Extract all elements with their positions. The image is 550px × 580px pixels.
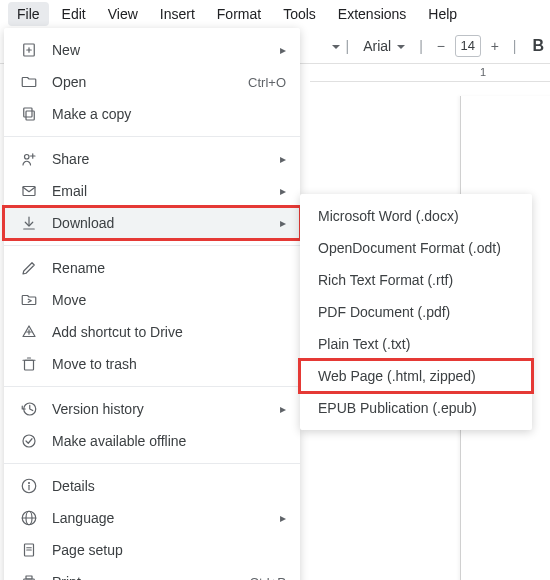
- menu-label: New: [52, 42, 280, 58]
- menu-label: Details: [52, 478, 286, 494]
- menu-label: Web Page (.html, zipped): [318, 368, 514, 384]
- menu-rename[interactable]: Rename: [4, 252, 300, 284]
- svg-rect-4: [24, 108, 32, 117]
- toolbar-separator: |: [419, 38, 423, 54]
- chevron-right-icon: ▸: [280, 152, 286, 166]
- chevron-right-icon: ▸: [280, 402, 286, 416]
- menu-add-shortcut[interactable]: Add shortcut to Drive: [4, 316, 300, 348]
- menu-label: Share: [52, 151, 280, 167]
- download-pdf[interactable]: PDF Document (.pdf): [300, 296, 532, 328]
- menu-version-history[interactable]: Version history ▸: [4, 393, 300, 425]
- menu-label: Microsoft Word (.docx): [318, 208, 514, 224]
- new-file-icon: [18, 41, 40, 59]
- trash-icon: [18, 355, 40, 373]
- menu-email[interactable]: Email ▸: [4, 175, 300, 207]
- chevron-right-icon: ▸: [280, 216, 286, 230]
- menu-share[interactable]: Share ▸: [4, 143, 300, 175]
- menu-label: EPUB Publication (.epub): [318, 400, 514, 416]
- menu-divider: [4, 463, 300, 464]
- menu-extensions[interactable]: Extensions: [329, 2, 415, 26]
- font-size-value[interactable]: 14: [455, 35, 481, 57]
- email-icon: [18, 182, 40, 200]
- download-odt[interactable]: OpenDocument Format (.odt): [300, 232, 532, 264]
- toolbar-style-dropdown[interactable]: [326, 38, 338, 54]
- offline-icon: [18, 432, 40, 450]
- svg-point-5: [25, 155, 30, 160]
- menu-format[interactable]: Format: [208, 2, 270, 26]
- menu-divider: [4, 386, 300, 387]
- menu-label: Print: [52, 574, 250, 580]
- menu-divider: [4, 136, 300, 137]
- menu-label: Download: [52, 215, 280, 231]
- menu-print[interactable]: Print Ctrl+P: [4, 566, 300, 580]
- menu-edit[interactable]: Edit: [53, 2, 95, 26]
- ruler-mark: 1: [480, 66, 486, 78]
- menu-insert[interactable]: Insert: [151, 2, 204, 26]
- menu-file[interactable]: File: [8, 2, 49, 26]
- font-size-stepper: − 14 +: [431, 35, 505, 57]
- svg-rect-14: [25, 360, 34, 370]
- svg-rect-3: [26, 111, 34, 120]
- font-size-decrease[interactable]: −: [431, 35, 451, 57]
- download-submenu-panel: Microsoft Word (.docx) OpenDocument Form…: [300, 194, 532, 430]
- menu-label: Move: [52, 292, 286, 308]
- menu-move-to-trash[interactable]: Move to trash: [4, 348, 300, 380]
- menu-move[interactable]: Move: [4, 284, 300, 316]
- menu-make-a-copy[interactable]: Make a copy: [4, 98, 300, 130]
- menu-details[interactable]: Details: [4, 470, 300, 502]
- globe-icon: [18, 509, 40, 527]
- menu-language[interactable]: Language ▸: [4, 502, 300, 534]
- menu-open[interactable]: Open Ctrl+O: [4, 66, 300, 98]
- menu-label: Rename: [52, 260, 286, 276]
- menu-label: OpenDocument Format (.odt): [318, 240, 514, 256]
- menu-label: Page setup: [52, 542, 286, 558]
- history-icon: [18, 400, 40, 418]
- menu-label: Open: [52, 74, 248, 90]
- svg-rect-30: [26, 576, 32, 579]
- share-icon: [18, 150, 40, 168]
- menu-download[interactable]: Download ▸: [4, 207, 300, 239]
- menu-new[interactable]: New ▸: [4, 34, 300, 66]
- download-html-zipped[interactable]: Web Page (.html, zipped): [300, 360, 532, 392]
- menu-help[interactable]: Help: [419, 2, 466, 26]
- ruler: 1: [310, 64, 550, 82]
- download-icon: [18, 214, 40, 232]
- menu-label: Make a copy: [52, 106, 286, 122]
- menu-label: Language: [52, 510, 280, 526]
- download-docx[interactable]: Microsoft Word (.docx): [300, 200, 532, 232]
- chevron-right-icon: ▸: [280, 184, 286, 198]
- toolbar-separator: |: [513, 38, 517, 54]
- info-icon: [18, 477, 40, 495]
- menu-view[interactable]: View: [99, 2, 147, 26]
- menu-label: Version history: [52, 401, 280, 417]
- menu-make-available-offline[interactable]: Make available offline: [4, 425, 300, 457]
- pencil-icon: [18, 259, 40, 277]
- download-epub[interactable]: EPUB Publication (.epub): [300, 392, 532, 424]
- menu-label: Rich Text Format (.rtf): [318, 272, 514, 288]
- menu-label: Plain Text (.txt): [318, 336, 514, 352]
- menubar: File Edit View Insert Format Tools Exten…: [0, 0, 550, 28]
- copy-icon: [18, 105, 40, 123]
- toolbar-separator: |: [346, 38, 350, 54]
- svg-point-21: [29, 483, 30, 484]
- font-family-dropdown[interactable]: Arial: [363, 38, 405, 54]
- menu-label: Make available offline: [52, 433, 286, 449]
- menu-label: PDF Document (.pdf): [318, 304, 514, 320]
- page-setup-icon: [18, 541, 40, 559]
- menu-shortcut: Ctrl+O: [248, 75, 286, 90]
- menu-label: Move to trash: [52, 356, 286, 372]
- drive-shortcut-icon: [18, 323, 40, 341]
- menu-page-setup[interactable]: Page setup: [4, 534, 300, 566]
- bold-button[interactable]: B: [532, 37, 544, 55]
- folder-open-icon: [18, 73, 40, 91]
- menu-label: Add shortcut to Drive: [52, 324, 286, 340]
- font-size-increase[interactable]: +: [485, 35, 505, 57]
- svg-point-18: [23, 435, 35, 447]
- file-menu-panel: New ▸ Open Ctrl+O Make a copy Share ▸ Em…: [4, 28, 300, 580]
- download-rtf[interactable]: Rich Text Format (.rtf): [300, 264, 532, 296]
- menu-tools[interactable]: Tools: [274, 2, 325, 26]
- menu-shortcut: Ctrl+P: [250, 575, 286, 581]
- download-txt[interactable]: Plain Text (.txt): [300, 328, 532, 360]
- chevron-right-icon: ▸: [280, 43, 286, 57]
- menu-divider: [4, 245, 300, 246]
